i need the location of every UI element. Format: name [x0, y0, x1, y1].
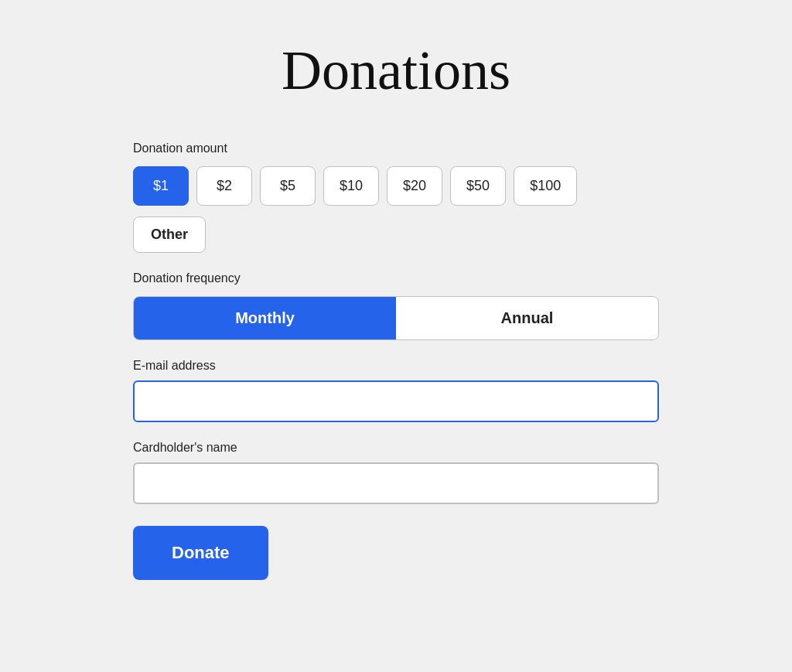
- cardholder-input[interactable]: [133, 462, 659, 504]
- page-title: Donations: [282, 39, 510, 103]
- amount-other-button[interactable]: Other: [133, 217, 206, 253]
- email-label: E-mail address: [133, 359, 659, 373]
- donation-amount-label: Donation amount: [133, 142, 659, 155]
- amount-buttons-group: $1 $2 $5 $10 $20 $50 $100: [133, 166, 659, 206]
- amount-button-20[interactable]: $20: [387, 166, 442, 206]
- frequency-section: Donation frequency Monthly Annual: [133, 271, 659, 340]
- frequency-annual-button[interactable]: Annual: [396, 297, 658, 339]
- donation-form: Donation amount $1 $2 $5 $10 $20 $50 $10…: [133, 142, 659, 580]
- amount-button-5[interactable]: $5: [260, 166, 316, 206]
- frequency-toggle: Monthly Annual: [133, 296, 659, 340]
- frequency-label: Donation frequency: [133, 271, 659, 285]
- frequency-monthly-button[interactable]: Monthly: [134, 297, 396, 339]
- amount-button-10[interactable]: $10: [323, 166, 379, 206]
- email-section: E-mail address: [133, 359, 659, 422]
- email-input[interactable]: [133, 380, 659, 422]
- cardholder-section: Cardholder's name: [133, 441, 659, 504]
- cardholder-label: Cardholder's name: [133, 441, 659, 455]
- amount-button-100[interactable]: $100: [514, 166, 577, 206]
- amount-button-2[interactable]: $2: [196, 166, 252, 206]
- amount-button-50[interactable]: $50: [450, 166, 506, 206]
- donate-button[interactable]: Donate: [133, 526, 268, 580]
- amount-button-1[interactable]: $1: [133, 166, 189, 206]
